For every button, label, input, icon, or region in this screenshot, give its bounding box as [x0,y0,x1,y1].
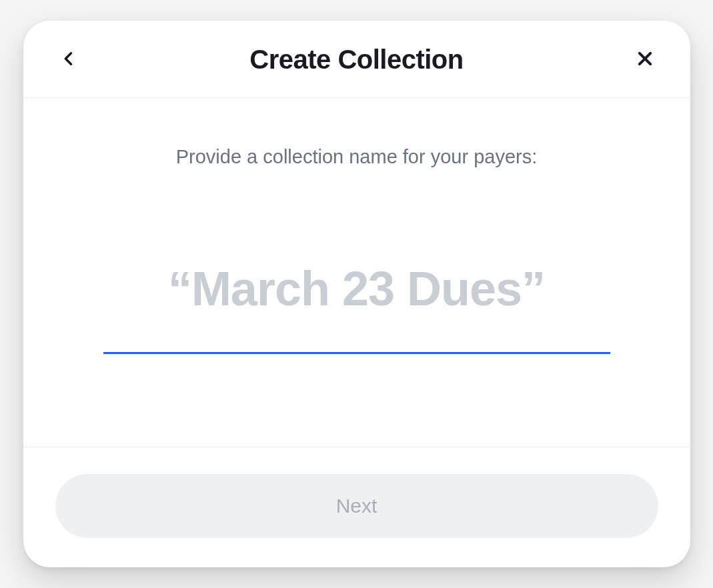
back-button[interactable] [55,47,82,73]
modal-footer: Next [23,447,690,567]
close-icon [636,49,654,70]
create-collection-modal: Create Collection Provide a collection n… [23,21,690,567]
next-button[interactable]: Next [55,474,658,538]
close-button[interactable] [632,47,658,73]
modal-content: Provide a collection name for your payer… [23,98,690,447]
modal-header: Create Collection [23,21,690,98]
collection-name-field [103,261,610,354]
prompt-label: Provide a collection name for your payer… [176,146,538,168]
modal-title: Create Collection [249,45,463,75]
chevron-left-icon [59,49,78,70]
collection-name-input[interactable] [103,261,610,354]
